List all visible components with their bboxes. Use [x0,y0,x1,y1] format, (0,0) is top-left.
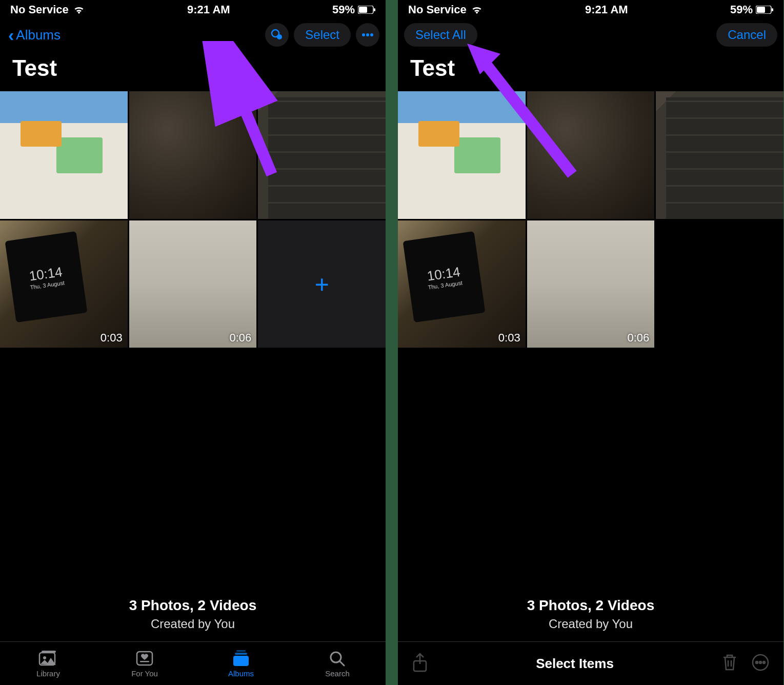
video-duration: 0:03 [100,331,123,345]
svg-rect-22 [757,7,765,13]
trash-icon [722,653,737,672]
delete-button[interactable] [722,653,737,674]
svg-rect-23 [772,8,773,11]
share-icon [412,653,428,672]
back-label: Albums [16,27,61,43]
svg-rect-14 [235,653,247,655]
svg-rect-2 [374,8,375,11]
selection-action-bar: Select Items [398,641,783,685]
tab-for-you[interactable]: For You [96,642,193,685]
photo-grid: 10:14Thu, 3 August 0:03 0:06 + [0,91,386,348]
svg-point-7 [370,33,373,36]
created-by: Created by You [398,617,783,631]
video-duration: 0:06 [230,331,252,345]
svg-rect-9 [42,651,56,653]
svg-point-5 [362,33,365,36]
service-status: No Service [10,3,69,16]
svg-rect-12 [140,661,149,662]
cancel-button[interactable]: Cancel [716,23,777,47]
album-title: Test [0,50,386,91]
photo-thumbnail[interactable] [656,91,783,219]
add-photo-tile[interactable]: + [258,220,386,348]
shared-library-button[interactable] [265,23,289,47]
ellipsis-icon [362,33,373,36]
albums-icon [231,650,251,667]
plus-icon: + [315,270,329,298]
photo-thumbnail[interactable] [398,91,526,219]
wifi-icon [73,5,85,14]
media-count: 3 Photos, 2 Videos [0,597,386,614]
nav-bar: ‹ Albums Select [0,19,386,50]
battery-percent: 59% [332,3,355,16]
select-button[interactable]: Select [294,23,351,47]
chevron-left-icon: ‹ [6,25,16,45]
tab-library[interactable]: Library [0,642,96,685]
album-summary: 3 Photos, 2 Videos Created by You [398,592,783,641]
svg-point-28 [763,661,765,663]
back-button[interactable]: ‹ Albums [6,25,61,45]
nav-bar: Select All Cancel [398,19,783,50]
album-summary: 3 Photos, 2 Videos Created by You [0,592,386,641]
service-status: No Service [408,3,467,16]
video-thumbnail[interactable]: 0:06 [129,220,257,348]
created-by: Created by You [0,617,386,631]
selection-title: Select Items [536,656,614,672]
select-all-button[interactable]: Select All [404,23,477,47]
video-thumbnail[interactable]: 10:14Thu, 3 August 0:03 [398,220,526,348]
photo-thumbnail[interactable] [527,91,655,219]
for-you-icon [135,650,154,667]
share-button[interactable] [412,653,428,674]
tab-search[interactable]: Search [289,642,386,685]
tab-albums[interactable]: Albums [193,642,289,685]
svg-point-4 [277,34,282,39]
clock: 9:21 AM [187,3,230,16]
screen-1-album-view: No Service 9:21 AM 59% ‹ Albums Select [0,0,386,685]
svg-rect-1 [359,7,367,13]
status-bar: No Service 9:21 AM 59% [0,0,386,19]
clock: 9:21 AM [585,3,628,16]
shared-people-icon [270,28,284,42]
battery-percent: 59% [730,3,753,16]
svg-point-10 [43,656,46,659]
more-actions-button[interactable] [752,654,769,673]
tab-bar: Library For You Albums Search [0,641,386,685]
svg-point-27 [759,661,761,663]
video-thumbnail[interactable]: 10:14Thu, 3 August 0:03 [0,220,128,348]
video-thumbnail[interactable]: 0:06 [527,220,655,348]
photo-thumbnail[interactable] [258,91,386,219]
svg-line-17 [340,661,344,666]
photo-thumbnail[interactable] [129,91,257,219]
svg-rect-15 [236,650,246,652]
video-duration: 0:03 [498,331,520,345]
svg-point-6 [366,33,369,36]
screen-2-select-mode: No Service 9:21 AM 59% Select All Cancel… [398,0,783,685]
battery-icon [756,6,773,14]
photo-thumbnail[interactable] [0,91,128,219]
status-bar: No Service 9:21 AM 59% [398,0,783,19]
media-count: 3 Photos, 2 Videos [398,597,783,614]
video-duration: 0:06 [628,331,650,345]
more-button[interactable] [356,23,379,47]
ellipsis-circle-icon [752,654,769,671]
search-icon [328,650,347,667]
battery-icon [358,6,375,14]
album-title: Test [398,50,783,91]
wifi-icon [471,5,483,14]
svg-rect-13 [233,656,249,666]
photo-grid: 10:14Thu, 3 August 0:03 0:06 [398,91,783,348]
svg-point-26 [756,661,758,663]
library-icon [38,650,58,667]
